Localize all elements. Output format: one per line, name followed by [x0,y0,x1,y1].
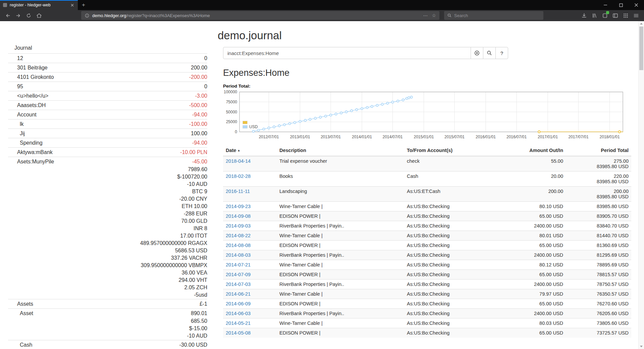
sidebar-account-link[interactable]: 301 Beiträge [8,63,48,72]
new-tab-button[interactable]: + [78,0,89,10]
register-date-link[interactable]: 2014-07-21 [226,262,251,267]
register-row[interactable]: 2018-02-28BooksCash20.00220.0083985.80 U… [223,171,631,187]
register-row[interactable]: 2014-07-09EDISON POWER |As:US:Bo:Checkin… [223,270,631,280]
close-window-button[interactable] [629,0,644,10]
register-description: Trial expense voucher [277,156,404,171]
browser-search-bar[interactable]: Search [444,11,543,20]
column-header-account[interactable]: To/From Account(s) [404,145,501,156]
query-input[interactable] [223,47,471,59]
register-row[interactable]: 2014-09-03RiverBank Properties | Payin..… [223,221,631,231]
register-row[interactable]: 2014-07-03RiverBank Properties | Payin..… [223,280,631,289]
help-button[interactable]: ? [495,47,508,59]
register-row[interactable]: 2014-06-09EDISON POWER |As:US:Bo:Checkin… [223,299,631,309]
tab-close-icon[interactable] [69,2,75,8]
register-row[interactable]: 2014-06-21Wine-Tarner Cable |As:US:Bo:Ch… [223,289,631,299]
minimize-button[interactable] [598,0,613,10]
scroll-down-arrow[interactable] [640,346,643,347]
page-actions-icon[interactable]: ⋯ [423,13,428,18]
sidebar-account-link[interactable]: Jij [8,129,25,138]
register-date-link[interactable]: 2014-06-21 [226,291,251,297]
register-amount: 65.00 USD [501,211,566,221]
register-row[interactable]: 2014-08-22Wine-Tarner Cable |As:US:Bo:Ch… [223,231,631,241]
register-account: As:US:Bo:Checking [404,318,501,328]
register-date-link[interactable]: 2014-07-09 [226,272,251,277]
sidebar-account-link[interactable]: lk [8,120,24,128]
column-header-amount[interactable]: Amount Out/In [501,145,566,156]
sidebar-account-link[interactable]: Cash [8,341,32,349]
sidebar-account-link[interactable]: 4101 Girokonto [8,73,54,81]
sidebar-account-link[interactable]: Aktywa:mBank [8,148,53,156]
register-row[interactable]: 2016-11-11LandscapingAs:US:ET:Cash200.00… [223,187,631,202]
column-header-description[interactable]: Description [277,145,404,156]
sidebar-account-balance: 337.26 VACHR [171,254,207,262]
register-date-link[interactable]: 2014-06-03 [226,311,251,316]
sidebar-account-indent [8,317,20,325]
register-row[interactable]: 2014-06-03RiverBank Properties | Payin..… [223,309,631,318]
register-row[interactable]: 2014-09-08EDISON POWER |As:US:Bo:Checkin… [223,211,631,221]
register-row[interactable]: 2014-07-21Wine-Tarner Cable |As:US:Bo:Ch… [223,260,631,270]
sidebar-account-link[interactable]: 95 [8,82,23,91]
register-date-link[interactable]: 2018-04-14 [226,158,251,164]
menu-hamburger-icon[interactable] [631,11,641,20]
register-date-link[interactable]: 2014-09-23 [226,204,251,209]
window-controls [598,0,644,10]
sidebar-account-balance: -100.00 [189,120,207,128]
search-icon [447,13,452,18]
register-date-link[interactable]: 2014-08-03 [226,252,251,258]
register-date-link[interactable]: 2014-05-21 [226,320,251,326]
register-date-link[interactable]: 2014-06-09 [226,301,251,306]
register-date-link[interactable]: 2014-09-08 [226,213,251,219]
register-account: As:US:Bo:Checking [404,309,501,318]
register-date-link[interactable]: 2014-07-03 [226,282,251,287]
browser-titlebar: register - hledger-web + [0,0,644,10]
sidebar-account-link[interactable]: Account [8,110,37,119]
extension-icon[interactable] [600,11,610,20]
sidebar-account-link[interactable]: Spending [8,139,43,147]
account-heading: Expenses:Home [223,68,631,78]
svg-text:2015/07/01: 2015/07/01 [444,135,465,139]
register-date-link[interactable]: 2014-08-22 [226,233,251,238]
page-scrollbar[interactable] [638,21,644,349]
apps-grid-icon[interactable] [621,11,631,20]
scroll-up-arrow[interactable] [640,23,643,24]
register-account: As:US:Bo:Checking [404,299,501,309]
sidebar-account-balance: 200.00 [191,63,207,72]
register-row[interactable]: 2018-04-14Trial expense vouchercheck55.0… [223,156,631,171]
register-row[interactable]: 2014-05-08EDISON POWER |As:US:Bo:Checkin… [223,328,631,338]
sidebar-account-link[interactable]: Assets [8,300,33,308]
sidebar-toggle-icon[interactable] [610,11,621,20]
register-row[interactable]: 2014-05-21Wine-Tarner Cable |As:US:Bo:Ch… [223,318,631,328]
register-row[interactable]: 2014-09-23Wine-Tarner Cable |As:US:Bo:Ch… [223,202,631,211]
scrollbar-thumb[interactable] [639,27,643,70]
library-icon[interactable] [589,11,600,20]
browser-tab[interactable]: register - hledger-web [0,0,78,10]
reload-button[interactable] [23,11,34,20]
site-info-icon[interactable] [85,13,90,18]
sidebar-account-link[interactable]: Aaasets:DH [8,101,46,109]
register-date-link[interactable]: 2014-08-08 [226,243,251,248]
sidebar-account-link[interactable]: Asset [8,309,33,317]
column-header-date[interactable]: Date▲ [223,145,277,156]
bookmark-star-icon[interactable]: ☆ [432,13,436,18]
back-button[interactable] [3,11,13,20]
submit-search-button[interactable] [483,47,496,59]
clear-query-button[interactable] [471,47,483,59]
register-row[interactable]: 2014-08-08EDISON POWER |As:US:Bo:Checkin… [223,241,631,250]
register-account: As:US:Bo:Checking [404,328,501,338]
column-header-period-total[interactable]: Period Total [566,145,631,156]
forward-button[interactable] [13,11,23,20]
register-date-link[interactable]: 2014-09-03 [226,223,251,229]
home-button[interactable] [34,11,44,20]
sidebar-account-link[interactable]: Asets:MunyPile [8,157,54,166]
register-date-link[interactable]: 2014-05-08 [226,330,251,336]
sidebar-account-link[interactable]: <u>hello</u> [8,92,48,100]
downloads-icon[interactable] [579,11,589,20]
url-bar[interactable]: demo.hledger.org/register?q=inacct%3AExp… [81,11,439,20]
register-row[interactable]: 2014-08-03RiverBank Properties | Payin..… [223,250,631,260]
sidebar-account-link[interactable]: 12 [8,54,23,62]
register-date-link[interactable]: 2018-02-28 [226,173,251,179]
maximize-button[interactable] [613,0,629,10]
sidebar-account-balance: -30.00 USD [179,341,207,349]
register-date-link[interactable]: 2016-11-11 [226,189,250,194]
sidebar-heading-journal[interactable]: Journal [8,43,207,54]
